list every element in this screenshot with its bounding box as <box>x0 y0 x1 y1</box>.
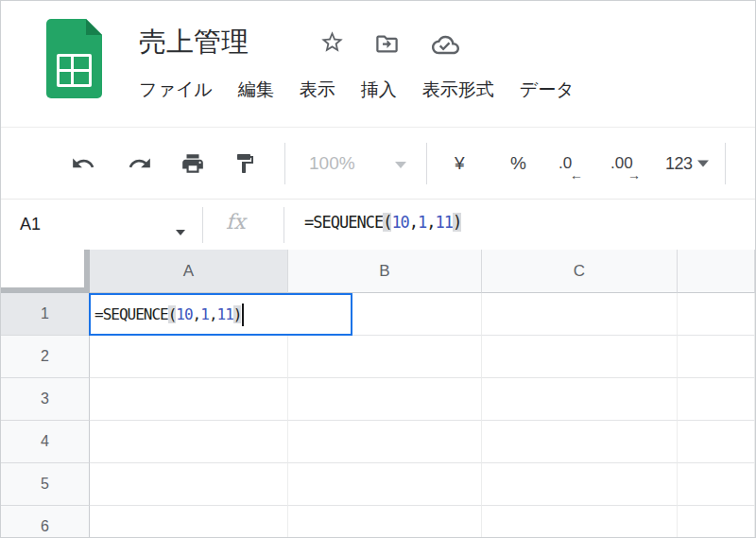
cell-C1[interactable] <box>482 293 678 336</box>
column-header-a[interactable]: A <box>90 250 288 293</box>
row-header-2[interactable]: 2 <box>1 336 90 378</box>
cell-A6[interactable] <box>90 506 288 537</box>
cell-B4[interactable] <box>288 421 482 463</box>
menu-file[interactable]: ファイル <box>139 78 213 102</box>
zoom-value[interactable]: 100% <box>309 153 355 174</box>
toolbar-divider <box>725 143 726 184</box>
currency-format-button[interactable]: ¥ <box>455 153 465 174</box>
right-arrow-icon: → <box>627 167 641 182</box>
menu-view[interactable]: 表示 <box>300 78 335 102</box>
cell-D1[interactable] <box>678 293 755 336</box>
cell-D5[interactable] <box>678 463 755 506</box>
text-cursor <box>242 304 244 326</box>
sheets-logo[interactable] <box>46 19 102 98</box>
more-formats-button[interactable]: 123 <box>665 154 709 174</box>
name-box[interactable]: A1 <box>20 215 41 234</box>
chevron-down-icon <box>697 161 709 167</box>
grid-row-3: 3 <box>1 378 755 421</box>
menu-edit[interactable]: 編集 <box>238 78 274 102</box>
column-header-row: A B C <box>1 250 755 293</box>
document-title[interactable]: 売上管理 <box>139 24 249 61</box>
cell-A2[interactable] <box>90 336 288 378</box>
menu-bar: ファイル 編集 表示 挿入 表示形式 データ <box>139 78 575 102</box>
cell-C2[interactable] <box>482 336 678 378</box>
cell-D6[interactable] <box>678 506 755 537</box>
formula-bar-divider <box>202 207 203 243</box>
column-header-b[interactable]: B <box>288 250 482 293</box>
row-header-1[interactable]: 1 <box>1 293 90 336</box>
formula-bar: A1 fx =SEQUENCE(10,1,11) <box>1 199 755 251</box>
redo-button[interactable] <box>128 151 152 176</box>
row-header-5[interactable]: 5 <box>1 463 90 506</box>
cloud-saved-icon[interactable] <box>432 31 459 59</box>
cell-C4[interactable] <box>482 421 678 463</box>
star-icon[interactable] <box>319 29 345 55</box>
cell-B3[interactable] <box>288 378 482 421</box>
zoom-dropdown-icon[interactable] <box>395 155 406 172</box>
grid-row-4: 4 <box>1 421 755 463</box>
cell-B2[interactable] <box>288 336 482 378</box>
cell-C3[interactable] <box>482 378 678 421</box>
grid-row-6: 6 <box>1 506 755 537</box>
column-header-c[interactable]: C <box>482 250 678 293</box>
formula-input[interactable]: =SEQUENCE(10,1,11) <box>304 213 461 232</box>
cell-B6[interactable] <box>288 506 482 537</box>
grid-row-5: 5 <box>1 463 755 506</box>
google-sheets-app: 売上管理 ファイル 編集 表示 挿入 表示形式 データ 100% <box>0 0 756 538</box>
grid-row-2: 2 <box>1 336 755 378</box>
move-folder-icon[interactable] <box>374 31 400 57</box>
logo-fold <box>86 19 102 35</box>
cell-C5[interactable] <box>482 463 678 506</box>
menu-insert[interactable]: 挿入 <box>361 78 397 102</box>
cell-B5[interactable] <box>288 463 482 506</box>
decrease-decimal-button[interactable]: .0 ← <box>558 154 572 173</box>
cell-D2[interactable] <box>678 336 755 378</box>
select-all-corner[interactable] <box>1 250 90 293</box>
cell-editor-A1[interactable]: =SEQUENCE(10,1,11) <box>89 293 352 336</box>
cell-A5[interactable] <box>90 463 288 506</box>
left-arrow-icon: ← <box>570 167 583 182</box>
name-box-dropdown-icon[interactable] <box>176 222 185 239</box>
fx-icon: fx <box>226 210 246 234</box>
column-header-d[interactable] <box>678 250 755 293</box>
row-header-4[interactable]: 4 <box>1 421 90 463</box>
cell-D3[interactable] <box>678 378 755 421</box>
formula-bar-divider <box>284 207 284 243</box>
toolbar-divider <box>426 143 427 184</box>
increase-decimal-button[interactable]: .00 → <box>610 154 633 173</box>
menu-format[interactable]: 表示形式 <box>422 78 494 102</box>
cell-A4[interactable] <box>90 421 288 463</box>
logo-table-glyph <box>57 54 92 87</box>
row-header-6[interactable]: 6 <box>1 506 90 537</box>
menu-data[interactable]: データ <box>520 78 575 102</box>
toolbar: 100% ¥ % .0 ← .00 → 123 <box>1 127 755 200</box>
cell-A3[interactable] <box>90 378 288 421</box>
toolbar-divider <box>284 143 285 184</box>
print-button[interactable] <box>180 151 205 176</box>
cell-C6[interactable] <box>482 506 678 537</box>
percent-format-button[interactable]: % <box>510 153 526 174</box>
cell-D4[interactable] <box>678 421 755 463</box>
undo-button[interactable] <box>71 151 95 176</box>
paint-format-button[interactable] <box>233 152 256 175</box>
row-header-3[interactable]: 3 <box>1 378 90 421</box>
